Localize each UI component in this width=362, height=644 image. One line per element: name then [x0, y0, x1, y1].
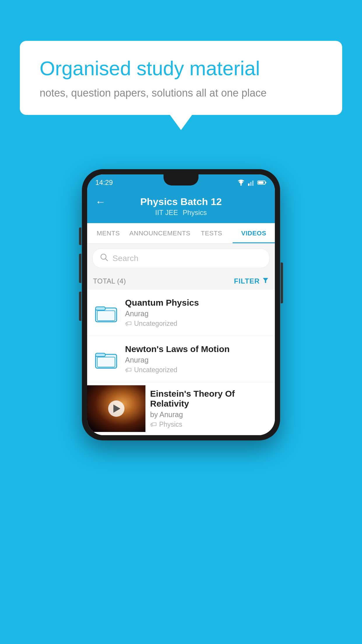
speech-bubble-section: Organised study material notes, question…: [20, 41, 342, 130]
video-title-1: Quantum Physics: [125, 298, 269, 308]
search-bar[interactable]: Search: [92, 249, 270, 268]
video-tag-3: 🏷 Physics: [150, 421, 270, 428]
phone-side-button-vol-down: [79, 292, 81, 321]
list-item[interactable]: Quantum Physics Anurag 🏷 Uncategorized: [87, 290, 275, 336]
header-subtitle-left: IIT JEE: [155, 209, 178, 217]
phone-outer: 14:29: [82, 169, 280, 440]
phone-side-button-power: [281, 262, 283, 303]
header-subtitle: IIT JEE Physics: [155, 209, 207, 217]
video-title-3: Einstein's Theory Of Relativity: [150, 389, 270, 409]
filter-icon: [262, 277, 269, 286]
play-triangle-icon: [113, 405, 120, 413]
video-tag-2: 🏷 Uncategorized: [125, 366, 269, 374]
video-info-2: Newton's Laws of Motion Anurag 🏷 Uncateg…: [125, 344, 269, 374]
phone-side-button-vol-up: [79, 254, 81, 283]
back-button[interactable]: ←: [95, 196, 106, 208]
speech-bubble-title: Organised study material: [40, 57, 322, 80]
tag-icon: 🏷: [125, 320, 132, 328]
svg-rect-7: [258, 181, 263, 184]
list-item[interactable]: Einstein's Theory Of Relativity by Anura…: [87, 382, 275, 435]
status-icons: [237, 179, 267, 186]
video-info-3: Einstein's Theory Of Relativity by Anura…: [145, 382, 275, 435]
svg-rect-16: [97, 357, 115, 367]
status-bar: 14:29: [87, 174, 275, 191]
tab-ments[interactable]: MENTS: [87, 223, 129, 243]
filter-label: FILTER: [234, 277, 260, 285]
video-thumbnail-1: [93, 300, 119, 326]
speech-bubble-arrow: [170, 115, 192, 130]
svg-rect-4: [252, 181, 254, 186]
phone-side-button-top: [79, 228, 81, 245]
speech-bubble-subtitle: notes, question papers, solutions all at…: [40, 87, 322, 99]
svg-rect-12: [96, 307, 105, 310]
video-info-1: Quantum Physics Anurag 🏷 Uncategorized: [125, 298, 269, 328]
svg-line-9: [106, 259, 108, 261]
wifi-icon: [237, 179, 245, 186]
list-item[interactable]: Newton's Laws of Motion Anurag 🏷 Uncateg…: [87, 336, 275, 382]
tab-announcements[interactable]: ANNOUNCEMENTS: [129, 223, 190, 243]
tag-icon: 🏷: [125, 366, 132, 374]
filter-button[interactable]: FILTER: [234, 277, 269, 286]
tabs-bar: MENTS ANNOUNCEMENTS TESTS VIDEOS: [87, 223, 275, 244]
video-tag-1: 🏷 Uncategorized: [125, 320, 269, 328]
svg-rect-3: [250, 182, 252, 186]
svg-marker-10: [263, 278, 268, 283]
video-author-1: Anurag: [125, 309, 269, 318]
video-author-3: by Anurag: [150, 410, 270, 419]
header-row: ← Physics Batch 12: [95, 196, 267, 207]
svg-rect-6: [265, 182, 266, 183]
svg-rect-15: [96, 353, 105, 356]
battery-icon: [257, 180, 267, 185]
play-button[interactable]: [108, 400, 124, 417]
phone-frame: 14:29: [82, 169, 280, 440]
phone-notch: [164, 174, 198, 186]
search-icon: [100, 253, 108, 264]
speech-bubble-card: Organised study material notes, question…: [20, 41, 342, 115]
app-header: ← Physics Batch 12 IIT JEE Physics: [87, 191, 275, 223]
svg-rect-13: [97, 311, 115, 321]
filter-row: TOTAL (4) FILTER: [87, 273, 275, 290]
folder-icon: [95, 348, 117, 370]
total-count-label: TOTAL (4): [93, 277, 126, 285]
signal-icon: [248, 179, 254, 186]
header-subtitle-right: Physics: [183, 209, 207, 217]
video-thumbnail-2: [93, 346, 119, 372]
video-title-2: Newton's Laws of Motion: [125, 344, 269, 354]
tab-videos[interactable]: VIDEOS: [233, 223, 275, 243]
tab-tests[interactable]: TESTS: [190, 223, 233, 243]
search-bar-container: Search: [87, 244, 275, 273]
video-list: Quantum Physics Anurag 🏷 Uncategorized: [87, 290, 275, 435]
header-title: Physics Batch 12: [140, 196, 222, 207]
folder-icon: [95, 302, 117, 324]
phone-screen: 14:29: [87, 174, 275, 435]
svg-rect-2: [248, 183, 249, 186]
video-thumbnail-3: [87, 385, 145, 432]
svg-point-1: [240, 184, 242, 186]
search-placeholder: Search: [113, 254, 262, 263]
video-author-2: Anurag: [125, 356, 269, 364]
status-time: 14:29: [95, 178, 113, 187]
tag-icon: 🏷: [150, 421, 157, 428]
